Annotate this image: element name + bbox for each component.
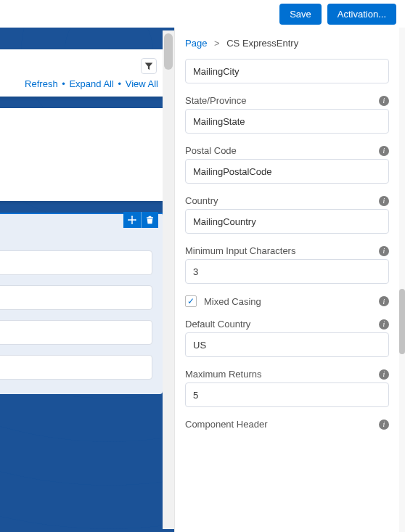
info-icon[interactable]: i [379, 369, 389, 380]
move-icon[interactable] [123, 212, 141, 228]
canvas-scrollbar[interactable] [163, 30, 174, 529]
next-steps-line: t steps. [0, 117, 158, 131]
city-input[interactable] [185, 59, 389, 83]
canvas-scroll-thumb[interactable] [164, 33, 173, 70]
mixed-casing-label: Mixed Casing [204, 296, 261, 307]
state-label: State/Province [185, 95, 247, 106]
page-scroll-thumb[interactable] [399, 289, 405, 354]
next-steps-line: a task or set up a meeting. [0, 131, 158, 146]
ghost-input [0, 285, 152, 310]
info-icon[interactable]: i [379, 196, 389, 206]
ghost-input [0, 250, 152, 275]
property-panel: Page > CS ExpressEntry State/Province i … [174, 28, 399, 532]
canvas-area: ime • All activities • All types Refresh… [0, 28, 174, 532]
postal-label: Postal Code [185, 145, 237, 156]
separator-dot: • [62, 78, 65, 89]
state-input[interactable] [185, 109, 389, 134]
min-chars-label: Minimum Input Characters [185, 245, 295, 256]
separator-dot: • [118, 78, 122, 89]
check-icon: ✓ [187, 297, 195, 306]
field-min-chars: Minimum Input Characters i [185, 245, 389, 284]
save-button[interactable]: Save [279, 4, 322, 25]
page-scrollbar[interactable] [399, 28, 405, 532]
info-icon[interactable]: i [379, 96, 389, 106]
view-all-link[interactable]: View All [126, 78, 158, 89]
delete-icon[interactable] [141, 212, 158, 228]
postal-input[interactable] [185, 159, 389, 184]
field-mixed-casing: ✓ Mixed Casing i [185, 295, 389, 307]
country-input[interactable] [185, 209, 389, 234]
info-icon[interactable]: i [379, 319, 389, 330]
info-icon[interactable]: i [379, 146, 389, 156]
refresh-link[interactable]: Refresh [25, 78, 58, 89]
field-component-header: Component Header i [185, 419, 389, 430]
chevron-right-icon: > [214, 38, 220, 49]
filter-icon[interactable] [141, 58, 157, 74]
breadcrumb: Page > CS ExpressEntry [185, 38, 389, 49]
ghost-input [0, 355, 152, 380]
info-icon[interactable]: i [379, 296, 389, 306]
default-country-input[interactable] [185, 332, 389, 357]
past-activity-line: rked as done show up here. [0, 179, 158, 193]
toolbar: Save Activation... [0, 0, 405, 28]
breadcrumb-current: CS ExpressEntry [226, 38, 298, 49]
ghost-input [0, 320, 152, 345]
expand-all-link[interactable]: Expand All [69, 78, 113, 89]
next-steps-card: t steps. a task or set up a meeting. t a… [0, 108, 168, 201]
activation-button[interactable]: Activation... [327, 4, 396, 25]
field-max-returns: Maximum Returns i [185, 369, 389, 407]
past-activity-line: t activity. [0, 164, 158, 179]
mixed-casing-checkbox[interactable]: ✓ [185, 295, 197, 307]
info-icon[interactable]: i [379, 420, 389, 430]
component-header-label: Component Header [185, 419, 267, 430]
component-title: try [0, 226, 152, 240]
activity-filter-card: ime • All activities • All types Refresh… [0, 49, 168, 97]
field-city [185, 59, 389, 83]
default-country-label: Default Country [185, 319, 250, 330]
breadcrumb-root[interactable]: Page [185, 38, 207, 49]
field-state: State/Province i [185, 95, 389, 134]
max-returns-label: Maximum Returns [185, 369, 261, 380]
min-chars-input[interactable] [185, 259, 389, 284]
field-default-country: Default Country i [185, 319, 389, 357]
max-returns-input[interactable] [185, 382, 389, 407]
field-country: Country i [185, 195, 389, 234]
country-label: Country [185, 195, 218, 206]
info-icon[interactable]: i [379, 246, 389, 256]
selected-component[interactable]: try [0, 213, 163, 394]
field-postal: Postal Code i [185, 145, 389, 184]
